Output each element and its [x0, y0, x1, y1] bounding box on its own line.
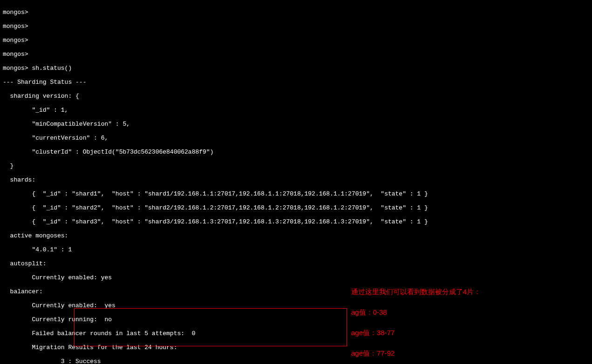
terminal-line: }	[3, 162, 14, 169]
terminal-line: autosplit:	[3, 260, 47, 267]
terminal-line: Currently running: no	[3, 316, 112, 323]
terminal-line: Migration Results for the last 24 hours:	[3, 344, 177, 351]
terminal-line: shards:	[3, 176, 35, 183]
annotation-line: age值：38-77	[351, 328, 481, 338]
terminal-line: Currently enabled: yes	[3, 302, 116, 309]
terminal-line: "minCompatibleVersion" : 5,	[3, 121, 130, 128]
annotation-line: age值：77-92	[351, 348, 481, 358]
terminal-line: "_id" : 1,	[3, 107, 68, 114]
terminal-line: mongos>	[3, 51, 28, 58]
terminal-line: mongos>	[3, 37, 28, 44]
terminal-line: Failed balancer rounds in last 5 attempt…	[3, 330, 195, 337]
terminal-line: { "_id" : "shard1", "host" : "shard1/192…	[3, 190, 428, 197]
terminal-line: sharding version: {	[3, 93, 79, 100]
terminal-line: mongos>	[3, 23, 28, 30]
terminal-line: --- Sharding Status ---	[3, 79, 86, 86]
terminal-output[interactable]: mongos> mongos> mongos> mongos> mongos> …	[0, 0, 592, 364]
highlight-box	[74, 308, 347, 346]
terminal-line: active mongoses:	[3, 232, 68, 239]
terminal-line: balancer:	[3, 288, 43, 295]
terminal-line: 3 : Success	[3, 358, 101, 364]
terminal-line: "currentVersion" : 6,	[3, 135, 108, 142]
terminal-line: "clusterId" : ObjectId("5b73dc562306e840…	[3, 148, 213, 155]
terminal-line: { "_id" : "shard3", "host" : "shard3/192…	[3, 218, 428, 225]
terminal-line: "4.0.1" : 1	[3, 246, 72, 253]
terminal-line: mongos> sh.status()	[3, 65, 72, 72]
annotation-line: ag值：0-38	[351, 307, 481, 317]
terminal-line: mongos>	[3, 9, 28, 16]
annotation-line: 通过这里我们可以看到数据被分成了4片：	[351, 287, 481, 297]
annotation-callout: 通过这里我们可以看到数据被分成了4片： ag值：0-38 age值：38-77 …	[351, 276, 481, 364]
terminal-line: { "_id" : "shard2", "host" : "shard2/192…	[3, 204, 428, 211]
terminal-line: Currently enabled: yes	[3, 274, 112, 281]
